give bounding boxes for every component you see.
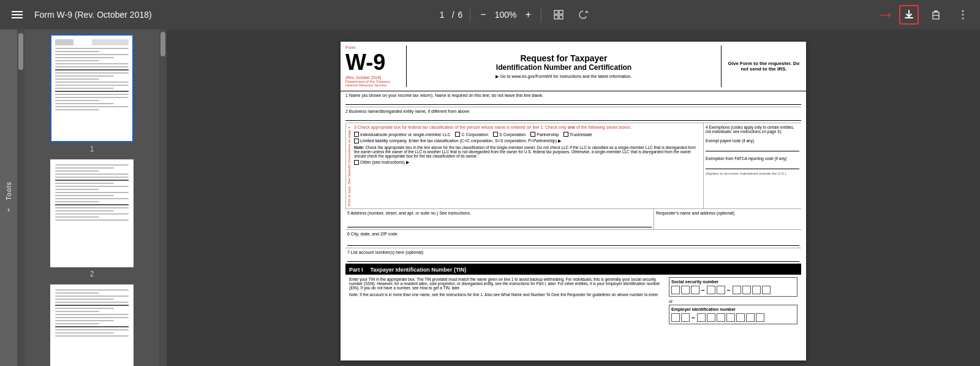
w9-big-label: W-9 (345, 50, 401, 75)
ssn-box: Social security number − (669, 277, 797, 297)
section3-main: 3 Check appropriate box for federal tax … (352, 123, 703, 208)
document-title: Form W-9 (Rev. October 2018) (34, 10, 152, 20)
check-partnership[interactable]: Partnership (530, 132, 559, 137)
thumbnail-page-1[interactable]: 1 (29, 34, 154, 153)
tools-label: Tools (5, 181, 12, 200)
zoom-value: 100% (494, 10, 518, 20)
ein-cell[interactable] (736, 313, 745, 322)
download-icon (903, 9, 914, 20)
ein-cell[interactable] (756, 313, 764, 322)
checkbox-llc[interactable] (354, 139, 359, 143)
other-row: Other (see instructions) ▶ (354, 160, 701, 165)
print-button[interactable] (926, 5, 946, 25)
ein-cell[interactable] (671, 313, 680, 322)
ssn-cell[interactable] (762, 286, 771, 294)
page-number-input[interactable]: 1 (436, 10, 448, 20)
main-scrollbar-vertical[interactable] (159, 29, 167, 366)
ssn-cell[interactable] (742, 286, 751, 294)
zoom-in-button[interactable]: + (523, 8, 533, 21)
ein-fields: − (671, 313, 795, 322)
checkbox-c-corp[interactable] (455, 132, 460, 137)
ein-seg-1 (671, 313, 690, 322)
address-section: 5 Address (number, street, and apt. or s… (345, 209, 801, 230)
line7-label: 7 List account number(s) here (optional) (347, 250, 423, 254)
svg-rect-2 (554, 15, 558, 19)
llc-label: Limited liability company. Enter the tax… (360, 139, 561, 143)
part1-header: Part I Taxpayer Identification Number (T… (345, 265, 801, 275)
exempt-payee-field[interactable] (706, 144, 799, 151)
ein-cell[interactable] (681, 313, 690, 322)
line5-field[interactable] (347, 216, 652, 227)
ein-cell[interactable] (726, 313, 735, 322)
page-navigation: 1 / 6 (436, 10, 463, 20)
download-button[interactable] (899, 5, 919, 25)
arrow-indicator: → (877, 5, 894, 25)
line7-field[interactable] (347, 256, 799, 262)
fatca-field[interactable] (706, 162, 799, 169)
main-area: Tools › (0, 29, 980, 366)
more-options-button[interactable] (953, 5, 973, 25)
ssn-cell[interactable] (681, 286, 690, 294)
line2-field[interactable] (345, 115, 801, 121)
label-individual: Individual/sole proprietor or single-mem… (360, 132, 450, 137)
form-header: Form W-9 (Rev. October 2018) Department … (341, 42, 806, 91)
ssn-cell[interactable] (671, 286, 680, 294)
ssn-seg-3 (733, 286, 771, 294)
line3-one: one (568, 125, 575, 129)
sidebar-scrollbar[interactable] (17, 29, 24, 366)
tools-panel[interactable]: Tools › (0, 29, 17, 366)
line3-label3: of the following seven boxes. (576, 125, 631, 129)
thumb-frame-3 (50, 284, 134, 366)
checkbox-s-corp[interactable] (493, 132, 498, 137)
llc-row: Limited liability company. Enter the tax… (354, 139, 701, 143)
form-body: 1 Name (as shown on your income tax retu… (341, 91, 806, 327)
svg-point-8 (962, 14, 964, 16)
menu-button[interactable] (7, 5, 27, 25)
ein-seg-2 (697, 313, 764, 322)
part1-note: Note: If the account is in more than one… (349, 292, 664, 297)
document-viewer[interactable]: Form W-9 (Rev. October 2018) Department … (167, 29, 980, 366)
line6-field[interactable] (347, 237, 799, 246)
account-row: 7 List account number(s) here (optional) (345, 248, 801, 265)
ein-cell[interactable] (697, 313, 706, 322)
part1-left: Enter your TIN in the appropriate box. T… (349, 277, 664, 324)
ein-cell[interactable] (746, 313, 755, 322)
label-s-corp: S Corporation (499, 132, 526, 137)
ssn-seg-2 (707, 286, 725, 294)
checkbox-partnership[interactable] (530, 132, 535, 137)
checkbox-trust[interactable] (564, 132, 568, 137)
ssn-cell[interactable] (733, 286, 741, 294)
address-left: 5 Address (number, street, and apt. or s… (345, 209, 654, 229)
checkbox-other[interactable] (354, 160, 359, 165)
thumbnail-page-3[interactable]: 3 (29, 284, 154, 366)
checkbox-individual[interactable] (354, 132, 359, 137)
svg-rect-0 (554, 10, 558, 14)
ein-cell[interactable] (717, 313, 725, 322)
fit-page-icon (553, 9, 564, 20)
form-header-left: Form W-9 (Rev. October 2018) Department … (345, 45, 407, 87)
ssn-cell[interactable] (717, 286, 725, 294)
more-options-icon (962, 9, 964, 20)
ssn-cell[interactable] (707, 286, 715, 294)
form-irs: Internal Revenue Service (345, 83, 401, 87)
ssn-cell[interactable] (752, 286, 761, 294)
form-irs-link: ▶ Go to www.irs.gov/FormW9 for instructi… (496, 74, 631, 79)
line1-field[interactable] (345, 99, 801, 105)
check-trust[interactable]: Trust/estate (564, 132, 592, 137)
ein-cell[interactable] (707, 313, 715, 322)
form-header-center: Request for Taxpayer Identification Numb… (407, 45, 722, 87)
checkboxes-row-main: Individual/sole proprietor or single-mem… (354, 132, 701, 137)
check-c-corp[interactable]: C Corporation (455, 132, 488, 137)
fit-page-button[interactable] (549, 5, 568, 25)
note-label: Note: (354, 145, 364, 150)
line5-label: 5 Address (number, street, and apt. or s… (347, 211, 471, 215)
ein-box: Employer identification number − (669, 305, 797, 324)
rotate-button[interactable] (573, 5, 593, 25)
svg-rect-5 (934, 10, 938, 12)
thumbnail-page-2[interactable]: 2 (29, 159, 154, 278)
check-individual[interactable]: Individual/sole proprietor or single-mem… (354, 132, 450, 137)
rotate-icon (578, 9, 589, 20)
zoom-out-button[interactable]: − (478, 8, 488, 21)
ssn-cell[interactable] (691, 286, 699, 294)
check-s-corp[interactable]: S Corporation (493, 132, 526, 137)
